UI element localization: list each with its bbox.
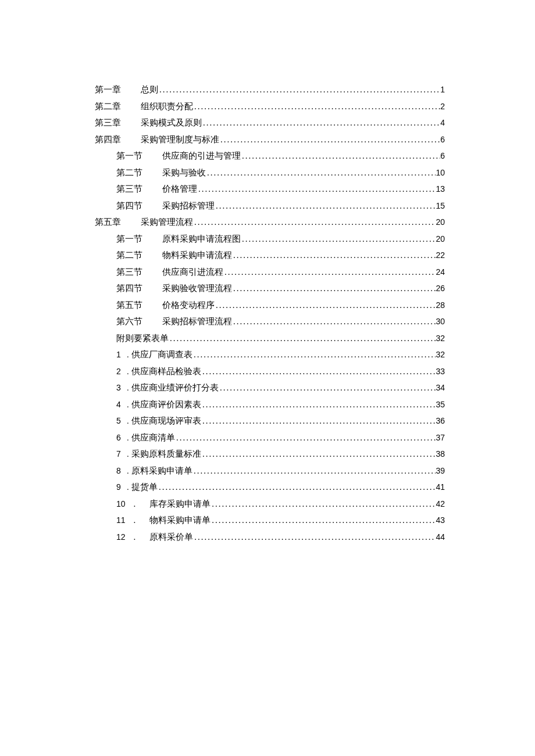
toc-separator: . [121, 463, 131, 479]
toc-row: 9.提货单41 [95, 479, 445, 496]
toc-leader-dots [232, 247, 436, 264]
toc-page-number: 44 [436, 529, 445, 545]
toc-page-number: 10 [436, 165, 445, 181]
toc-title: 采购与验收 [162, 164, 206, 181]
toc-row: 第一节原料采购申请流程图20 [95, 231, 445, 248]
toc-title: 价格变动程序 [162, 297, 215, 314]
toc-chapter-label: 第二章 [95, 98, 121, 115]
toc-title: 供应商引进流程 [162, 264, 223, 281]
toc-chapter-label: 第一节 [116, 148, 142, 164]
toc-title: 采购招标管理流程 [162, 313, 232, 330]
toc-chapter-label: 第四节 [116, 280, 142, 297]
toc-separator: . [121, 346, 131, 363]
toc-page-number: 22 [436, 248, 445, 263]
toc-title: 价格管理 [162, 181, 197, 198]
toc-title: 供应商的引进与管理 [162, 148, 241, 164]
toc-row: 1.供应厂商调查表32 [95, 346, 445, 363]
toc-leader-dots [175, 429, 436, 446]
toc-leader-dots [211, 512, 436, 529]
toc-title: 供应商清单 [131, 429, 175, 446]
toc-leader-dots [202, 114, 440, 131]
toc-page-number: 28 [436, 298, 445, 313]
toc-page-number: 36 [436, 413, 445, 429]
toc-row: 6.供应商清单37 [95, 429, 445, 446]
toc-leader-dots [211, 496, 436, 513]
toc-page-number: 6 [440, 148, 445, 164]
toc-leader-dots [219, 379, 436, 396]
toc-row: 第六节采购招标管理流程30 [95, 313, 445, 330]
toc-separator: . [121, 429, 131, 446]
toc-page-number: 4 [440, 115, 445, 131]
toc-leader-dots [197, 181, 436, 198]
toc-title: 供应商业绩评价打分表 [131, 379, 219, 396]
toc-chapter-label: 第三节 [116, 181, 142, 198]
toc-row: 第一章总则1 [95, 81, 445, 98]
toc-leader-dots [158, 479, 436, 496]
toc-chapter-label: 第一节 [116, 231, 142, 248]
toc-leader-dots [192, 463, 436, 479]
toc-chapter-label: 第二节 [116, 164, 142, 181]
toc-title: 采购招标管理 [162, 198, 215, 214]
toc-leader-dots [241, 231, 436, 248]
toc-row: 附则要紧表单32 [95, 330, 445, 347]
toc-chapter-label: 第六节 [116, 313, 142, 330]
toc-row: 第五节价格变动程序28 [95, 297, 445, 314]
toc-number: 10 [116, 496, 126, 512]
toc-chapter-label: 第一章 [95, 81, 121, 98]
toc-row: 第四章采购管理制度与标准6 [95, 131, 445, 148]
toc-leader-dots [215, 297, 436, 314]
toc-separator: . [121, 379, 131, 396]
toc-leader-dots [201, 363, 436, 380]
toc-row: 第二章组织职责分配2 [95, 98, 445, 115]
toc-row: 第三节供应商引进流程24 [95, 264, 445, 281]
toc-page-number: 2 [440, 99, 445, 114]
toc-row: 10.库存采购申请单42 [95, 496, 445, 513]
toc-row: 8. 原料采购申请单39 [95, 463, 445, 479]
toc-row: 2.供应商样品检验表33 [95, 363, 445, 380]
toc-row: 第五章采购管理流程20 [95, 214, 445, 231]
toc-chapter-label: 第二节 [116, 247, 142, 264]
toc-row: 3.供应商业绩评价打分表34 [95, 379, 445, 396]
toc-leader-dots [193, 529, 436, 546]
toc-chapter-label: 第四章 [95, 131, 121, 148]
toc-page-number: 35 [436, 397, 445, 413]
toc-leader-dots [223, 264, 436, 281]
toc-leader-dots [201, 446, 436, 463]
toc-page-number: 24 [436, 264, 445, 280]
toc-number: 7 [116, 446, 121, 462]
toc-leader-dots [215, 198, 436, 214]
toc-page-number: 32 [436, 331, 445, 346]
toc-leader-dots [158, 81, 440, 98]
toc-number: 4 [116, 397, 121, 413]
toc-chapter-label: 第三节 [116, 264, 142, 281]
toc-page-number: 37 [436, 430, 445, 446]
toc-page-number: 20 [436, 231, 445, 247]
toc-row: 第四节采购招标管理15 [95, 198, 445, 214]
toc-title: 采购管理流程 [141, 214, 193, 231]
toc-page-number: 33 [436, 364, 445, 379]
toc-page-number: 34 [436, 380, 445, 396]
toc-title: 总则 [141, 81, 158, 98]
toc-number: 6 [116, 430, 121, 446]
toc-page-number: 15 [436, 198, 445, 214]
toc-leader-dots [201, 396, 436, 413]
toc-title: 组织职责分配 [141, 98, 193, 115]
toc-separator: . [121, 363, 131, 380]
toc-leader-dots [193, 98, 440, 115]
toc-title: 原料采购申请流程图 [162, 231, 241, 248]
toc-title: 供应商现场评审表 [131, 413, 201, 429]
toc-separator: . [134, 529, 136, 546]
toc-container: 第一章总则1第二章组织职责分配2第三章采购模式及原则4第四章采购管理制度与标准6… [95, 81, 445, 545]
toc-title: 原料采购申请单 [131, 463, 192, 479]
toc-number: 3 [116, 380, 121, 396]
toc-row: 第二节采购与验收10 [95, 164, 445, 181]
toc-leader-dots [232, 313, 436, 330]
toc-separator: . [134, 496, 136, 513]
toc-page-number: 38 [436, 446, 445, 462]
toc-row: 第二节物料采购申请流程22 [95, 247, 445, 264]
toc-leader-dots [232, 280, 436, 297]
toc-row: 11.物料采购申请单43 [95, 512, 445, 529]
toc-leader-dots [201, 413, 436, 429]
toc-page-number: 6 [440, 132, 445, 148]
toc-leader-dots [219, 131, 440, 148]
